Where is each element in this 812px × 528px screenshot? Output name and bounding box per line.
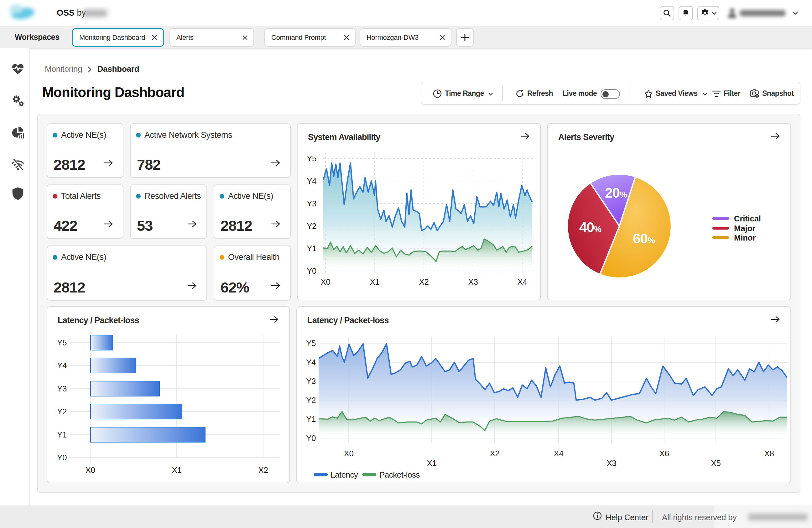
svg-text:Minor: Minor	[734, 233, 756, 243]
svg-text:X2: X2	[419, 277, 429, 287]
svg-text:Y5: Y5	[306, 339, 316, 348]
svg-text:Y3: Y3	[57, 384, 67, 393]
svg-text:Y4: Y4	[57, 361, 67, 370]
svg-text:X3: X3	[607, 458, 617, 468]
svg-text:X4: X4	[518, 277, 527, 287]
svg-text:Y1: Y1	[307, 244, 316, 253]
svg-text:Y2: Y2	[57, 407, 67, 416]
svg-text:X2: X2	[490, 449, 500, 458]
svg-text:X5: X5	[711, 458, 721, 468]
svg-text:X3: X3	[468, 277, 478, 287]
svg-text:X4: X4	[554, 449, 564, 458]
svg-text:X8: X8	[764, 449, 774, 458]
svg-text:Packet-loss: Packet-loss	[379, 470, 420, 480]
svg-text:Y3: Y3	[307, 199, 316, 208]
svg-text:Y1: Y1	[306, 414, 316, 424]
svg-text:X0: X0	[344, 449, 354, 458]
svg-text:Major: Major	[734, 224, 755, 233]
svg-text:Y4: Y4	[307, 176, 316, 186]
svg-text:Latency: Latency	[331, 470, 358, 480]
svg-text:Y0: Y0	[306, 434, 316, 443]
svg-text:Y4: Y4	[306, 358, 316, 367]
svg-text:Y0: Y0	[307, 266, 316, 276]
svg-text:Y2: Y2	[307, 221, 316, 231]
svg-text:X2: X2	[259, 465, 268, 475]
svg-text:X6: X6	[659, 449, 669, 458]
svg-text:X0: X0	[86, 465, 95, 475]
svg-text:Y3: Y3	[306, 377, 316, 386]
svg-text:X1: X1	[370, 277, 380, 287]
svg-text:Y1: Y1	[57, 430, 67, 439]
svg-text:Y0: Y0	[57, 453, 67, 462]
svg-text:Critical: Critical	[734, 214, 761, 223]
svg-text:X1: X1	[172, 465, 182, 475]
svg-text:Y5: Y5	[307, 154, 316, 163]
svg-text:Y5: Y5	[57, 338, 67, 347]
svg-text:Y2: Y2	[306, 396, 316, 405]
svg-text:X0: X0	[321, 277, 331, 287]
svg-text:X1: X1	[427, 458, 437, 468]
